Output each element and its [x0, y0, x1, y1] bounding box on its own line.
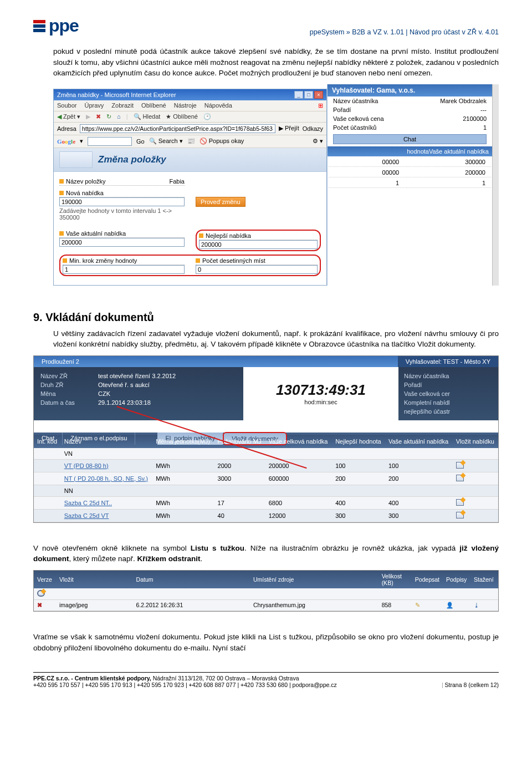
- field-nej-label: Nejlepší nabídka: [206, 232, 251, 239]
- info-left: Název ZŘtest otevřené řízení 3.2.2012 Dr…: [34, 367, 243, 420]
- pocet-value: 1: [483, 124, 487, 131]
- footer: PPE.CZ s.r.o. - Centrum klientské podpor…: [33, 672, 499, 688]
- min-step-input: [63, 265, 185, 274]
- poradi-value: ---: [480, 106, 487, 113]
- participant-screen: Prodloužení 2 Vyhlašovatel: TEST - Město…: [33, 355, 499, 523]
- search-button[interactable]: 🔍 Hledat: [134, 113, 161, 120]
- close-icon[interactable]: ×: [314, 91, 323, 99]
- submit-change-button[interactable]: Proveď změnu: [196, 197, 245, 207]
- mena-label: Měna: [40, 390, 90, 397]
- field-nazev-label: Název položky: [66, 178, 106, 185]
- home-icon[interactable]: ⌂: [117, 113, 121, 120]
- go-button[interactable]: ▶ Přejít: [279, 125, 299, 132]
- table-row: VN: [34, 448, 498, 460]
- delete-icon[interactable]: ✖: [37, 602, 42, 608]
- google-news-icon[interactable]: 📰: [187, 138, 195, 145]
- scrollbar[interactable]: [492, 84, 499, 286]
- field-desetin-label: Počet desetinných míst: [202, 257, 265, 264]
- google-go[interactable]: Go: [136, 138, 145, 145]
- banner-image-icon: [59, 151, 93, 168]
- edit-bid-icon[interactable]: [456, 512, 464, 518]
- nazev-zr-label: Název ZŘ: [40, 373, 90, 379]
- th-velikost: Velikost (KB): [378, 571, 412, 588]
- cena-label: Vaše celková cena: [333, 115, 384, 122]
- links-label[interactable]: Odkazy: [303, 125, 323, 132]
- menu-zobrazit[interactable]: Zobrazit: [111, 102, 134, 109]
- countdown-units: hod:min:sec: [304, 399, 337, 405]
- mena-value: CZK: [98, 390, 110, 397]
- history-icon[interactable]: 🕑: [203, 113, 211, 120]
- page-number: Strana 8 (celkem 12): [445, 681, 499, 688]
- forward-button[interactable]: ▶: [86, 113, 90, 120]
- druh-value: Otevřené ř. s aukcí: [98, 382, 150, 388]
- footer-contacts: +420 595 170 557 | +420 595 170 913 | +4…: [33, 681, 337, 688]
- menu-napoveda[interactable]: Nápověda: [204, 102, 232, 109]
- google-search[interactable]: 🔍 Search ▾: [149, 138, 183, 145]
- menu-upravy[interactable]: Úpravy: [84, 102, 104, 109]
- minimize-icon[interactable]: _: [294, 91, 303, 99]
- paragraph-vratme: Vraťme se však k samotnému vložení dokum…: [33, 632, 499, 653]
- windows-flag-icon: ⊞: [318, 102, 323, 109]
- item-link[interactable]: VT (PD 08-80 h): [64, 462, 109, 469]
- edit-bid-icon[interactable]: [456, 462, 464, 469]
- edit-bid-icon[interactable]: [456, 475, 464, 481]
- google-toolbar: Google ▾ Go 🔍 Search ▾ 📰 🚫 Popups okay ⚙…: [54, 135, 326, 148]
- new-bid-input[interactable]: [59, 197, 185, 206]
- nazev-zr-value: test otevřené řízení 3.2.2012: [98, 373, 176, 379]
- edit-bid-icon[interactable]: [456, 499, 464, 506]
- download-icon[interactable]: ⭳: [474, 602, 480, 608]
- ie-addressbar: Adresa ▶ Přejít Odkazy: [54, 123, 326, 135]
- tab-prodlouzeni[interactable]: Prodloužení 2: [34, 356, 87, 367]
- right-panel: Vyhlašovatel: Gama, v.o.s. Název účastní…: [327, 84, 499, 286]
- bid-table-header: hodnotaVaše aktuální nabídka: [328, 146, 492, 156]
- th-datum: Datum: [133, 571, 250, 588]
- cena-value: 2100000: [463, 115, 487, 122]
- th-podpisy: Podpisy: [443, 571, 470, 588]
- google-logo-icon: Google: [57, 138, 75, 145]
- address-input[interactable]: [80, 124, 275, 133]
- google-popups[interactable]: 🚫 Popups okay: [200, 138, 244, 145]
- google-options-icon[interactable]: ⚙ ▾: [313, 138, 323, 145]
- address-label: Adresa: [57, 125, 76, 132]
- menu-soubor[interactable]: Soubor: [57, 102, 76, 109]
- th-akt: Vaše aktuální nabídka: [385, 435, 453, 448]
- bid-cell: 1: [329, 179, 405, 188]
- footer-address: Nádražní 3113/128, 702 00 Ostrava – Mora…: [153, 675, 299, 681]
- google-search-input[interactable]: [88, 137, 132, 146]
- refresh-icon[interactable]: ↻: [106, 113, 111, 120]
- chat-button[interactable]: Chat: [333, 134, 487, 144]
- doc-row: ✖ image/jpeg 6.2.2012 16:26:31 Chrysanth…: [34, 599, 498, 611]
- tab-vyhlasovatel: Vyhlašovatel: TEST - Město XY: [398, 356, 498, 367]
- item-link[interactable]: Sazba C 25d NT..: [64, 500, 112, 506]
- items-table: Int. kód Název Měrná jednotka(MJ) Požado…: [34, 435, 498, 522]
- table-row: VT (PD 08-80 h)MWh2000200000100100: [34, 459, 498, 472]
- header-breadcrumb: ppeSystem » B2B a VZ v. 1.01 | Návod pro…: [33, 28, 499, 36]
- section-9-paragraph: U většiny zadávacích řízení zadavatel vy…: [53, 328, 499, 350]
- menu-nastroje[interactable]: Nástroje: [174, 102, 197, 109]
- table-row: NT ( PD 20-08 h., SO, NE, Sv.)MWh3000600…: [34, 472, 498, 485]
- r-poradi: Pořadí: [404, 380, 493, 389]
- stop-icon[interactable]: ✖: [96, 113, 101, 120]
- your-bid-input: [59, 238, 185, 247]
- back-button[interactable]: ◀ Zpět ▾: [57, 113, 80, 120]
- countdown-time: 130713:49:31: [276, 382, 366, 399]
- doc-filename: Chrysanthemum.jpg: [250, 599, 378, 611]
- th-vlozit: Vložit nabídku: [453, 435, 498, 448]
- change-item-banner: Změna položky: [54, 148, 326, 172]
- druh-label: Druh ZŘ: [40, 382, 90, 388]
- item-link[interactable]: NT ( PD 20-08 h., SO, NE, Sv.): [64, 475, 148, 482]
- menu-oblibene[interactable]: Oblíbené: [141, 102, 166, 109]
- info-right: Název účastníka Pořadí Vaše celková cer …: [398, 367, 498, 420]
- poradi-label: Pořadí: [333, 106, 351, 113]
- maximize-icon[interactable]: □: [304, 91, 313, 99]
- bid-cell: 00000: [329, 168, 405, 177]
- sign-icon[interactable]: ✎: [415, 602, 420, 608]
- new-doc-icon[interactable]: [37, 590, 45, 597]
- best-bid-input: [199, 240, 318, 249]
- signatures-icon[interactable]: 👤: [446, 602, 453, 608]
- logo-text: ppe: [49, 16, 79, 36]
- table-row: Sazba C 25d VTMWh4012000300300: [34, 509, 498, 522]
- th-podepsat: Podepsat: [412, 571, 443, 588]
- item-link[interactable]: Sazba C 25d VT: [64, 512, 109, 519]
- favorites-button[interactable]: ★ Oblíbené: [166, 113, 198, 120]
